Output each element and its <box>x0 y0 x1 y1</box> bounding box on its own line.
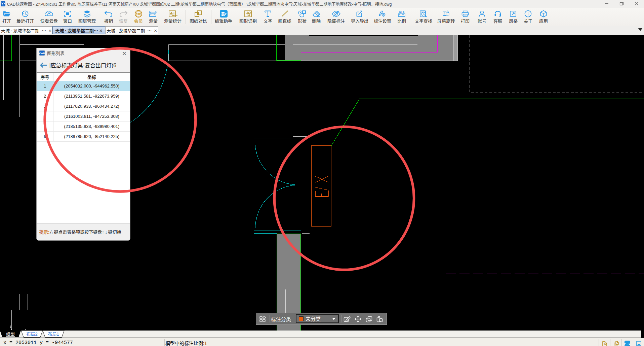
svg-text:PDF: PDF <box>604 343 607 344</box>
svg-text:P→D: P→D <box>625 342 630 345</box>
svg-text:CAD: CAD <box>39 52 45 55</box>
svg-text:布局1: 布局1 <box>48 332 59 337</box>
svg-text:布局2: 布局2 <box>26 332 37 337</box>
